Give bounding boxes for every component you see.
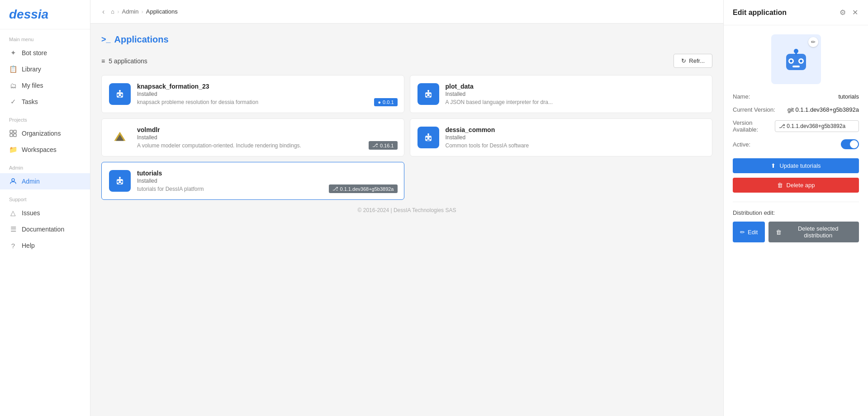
sidebar-item-label: My files — [22, 82, 43, 89]
app-status: Installed — [137, 91, 397, 97]
name-value: tutorials — [838, 93, 859, 100]
back-button[interactable]: ‹ — [100, 6, 107, 18]
version-select-wrapper: ⎇ 0.1.1.dev368+g5b3892a — [775, 120, 859, 132]
svg-point-4 — [12, 179, 14, 181]
dist-actions: ✏ Edit 🗑 Delete selected distribution — [733, 222, 859, 242]
app-icon-tutorials — [109, 170, 131, 192]
app-card-dessia-common[interactable]: dessia_common Installed Common tools for… — [410, 118, 713, 156]
app-info-plot-data: plot_data Installed A JSON based languag… — [446, 83, 705, 105]
trash-icon: 🗑 — [777, 182, 783, 189]
sidebar-item-help[interactable]: ? Help — [0, 237, 90, 254]
app-desc: knapsack probleme resolution for dessia … — [137, 99, 397, 105]
svg-point-35 — [790, 60, 792, 62]
settings-button[interactable]: ⚙ — [839, 7, 847, 18]
app-version: ⎇ 0.1.1.dev368+g5b3892a — [329, 184, 398, 193]
page-title-text: Applications — [114, 34, 169, 45]
delete-dist-icon: 🗑 — [776, 229, 782, 236]
svg-rect-3 — [14, 134, 16, 137]
active-row: Active: — [733, 139, 859, 149]
home-icon[interactable]: ⌂ — [111, 8, 114, 15]
svg-point-28 — [121, 181, 123, 183]
app-status: Installed — [137, 134, 397, 141]
version-badge-git: ⎇ 0.16.1 — [369, 141, 398, 150]
app-card-tutorials[interactable]: tutorials Installed tutorials for DessIA… — [101, 162, 404, 200]
app-desc: Common tools for DessIA software — [446, 142, 705, 149]
active-label: Active: — [733, 141, 750, 148]
panel-title: Edit application — [733, 9, 787, 17]
toolbar: ≡ 5 applications ↻ Refr... — [101, 54, 712, 68]
svg-rect-29 — [119, 183, 121, 184]
current-version-value: git 0.1.1.dev368+g5b3892a — [787, 106, 859, 113]
sidebar-item-label: Help — [22, 242, 35, 249]
app-status: Installed — [137, 178, 397, 184]
footer: © 2016-2024 | DessIA Technologies SAS — [101, 200, 712, 221]
app-count-text: 5 applications — [109, 57, 147, 65]
version-select[interactable]: ⎇ 0.1.1.dev368+g5b3892a — [775, 120, 859, 132]
sidebar-item-tasks[interactable]: ✓ Tasks — [0, 94, 90, 110]
delete-app-button[interactable]: 🗑 Delete app — [733, 178, 859, 193]
sidebar-item-workspaces[interactable]: 📁 Workspaces — [0, 142, 90, 158]
svg-rect-15 — [427, 96, 430, 97]
library-icon: 📋 — [9, 65, 17, 73]
sidebar-item-bot-store[interactable]: ✦ Bot store — [0, 45, 90, 61]
avatar-edit-button[interactable]: ✏ — [808, 37, 818, 47]
sidebar-item-organizations[interactable]: Organizations — [0, 125, 90, 142]
svg-rect-30 — [119, 177, 120, 179]
app-name: plot_data — [446, 83, 705, 90]
breadcrumb-sep-1: › — [117, 8, 119, 15]
svg-rect-23 — [427, 140, 430, 141]
breadcrumb-admin[interactable]: Admin — [122, 8, 139, 15]
sidebar-item-label: Library — [22, 66, 41, 73]
svg-rect-24 — [428, 133, 429, 136]
bot-icon: ✦ — [9, 49, 17, 57]
sidebar-item-library[interactable]: 📋 Library — [0, 61, 90, 77]
sidebar-item-label: Issues — [22, 209, 40, 217]
version-available-label: Version Available: — [733, 119, 775, 133]
app-card-plot-data[interactable]: plot_data Installed A JSON based languag… — [410, 75, 713, 113]
tasks-icon: ✓ — [9, 98, 17, 106]
delete-distribution-button[interactable]: 🗑 Delete selected distribution — [768, 222, 859, 242]
sidebar-item-admin[interactable]: Admin — [0, 173, 90, 189]
edit-label: Edit — [748, 229, 758, 236]
update-icon: ⬆ — [771, 162, 776, 169]
close-button[interactable]: ✕ — [851, 7, 859, 18]
sidebar-item-documentation[interactable]: ☰ Documentation — [0, 221, 90, 237]
workspace-icon: 📁 — [9, 146, 17, 154]
panel-header-actions: ⚙ ✕ — [839, 7, 859, 18]
sidebar-item-my-files[interactable]: 🗂 My files — [0, 77, 90, 94]
app-card-knapsack[interactable]: knapsack_formation_23 Installed knapsack… — [101, 75, 404, 113]
page-title: >_ Applications — [101, 34, 712, 45]
docs-icon: ☰ — [9, 225, 17, 233]
main-menu-label: Main menu — [0, 29, 90, 45]
breadcrumb: ⌂ › Admin › Applications — [111, 8, 178, 15]
svg-rect-2 — [10, 134, 13, 137]
current-version-row: Current Version: git 0.1.1.dev368+g5b389… — [733, 106, 859, 113]
svg-rect-38 — [795, 52, 797, 55]
projects-label: Projects — [0, 110, 90, 125]
logo: dessia — [0, 0, 90, 29]
sidebar-item-issues[interactable]: △ Issues — [0, 205, 90, 221]
active-toggle[interactable] — [841, 139, 859, 149]
git-icon: ⎇ — [372, 142, 378, 148]
app-info-dessia-common: dessia_common Installed Common tools for… — [446, 126, 705, 149]
sidebar-item-label: Admin — [22, 178, 40, 185]
edit-distribution-button[interactable]: ✏ Edit — [733, 222, 765, 242]
brand-name: dessia — [9, 7, 48, 21]
app-desc: A JSON based language interpreter for dr… — [446, 99, 705, 105]
version-badge-git: ⎇ 0.1.1.dev368+g5b3892a — [329, 184, 398, 193]
app-icon-dessia-common — [417, 127, 439, 148]
app-icon-volmdlr — [109, 127, 131, 148]
svg-point-36 — [800, 60, 802, 62]
current-version-label: Current Version: — [733, 106, 775, 113]
refresh-button[interactable]: ↻ Refr... — [674, 54, 712, 68]
app-status: Installed — [446, 134, 705, 141]
panel-header: Edit application ⚙ ✕ — [724, 0, 868, 25]
terminal-icon: >_ — [101, 35, 111, 44]
app-name: volmdlr — [137, 126, 397, 133]
breadcrumb-sep-2: › — [141, 8, 143, 15]
app-card-volmdlr[interactable]: volmdlr Installed A volume modeler compu… — [101, 118, 404, 156]
sidebar: dessia Main menu ✦ Bot store 📋 Library 🗂… — [0, 0, 90, 416]
update-button[interactable]: ⬆ Update tutorials — [733, 158, 859, 173]
app-version: ⎇ 0.16.1 — [369, 141, 398, 150]
support-label: Support — [0, 189, 90, 205]
